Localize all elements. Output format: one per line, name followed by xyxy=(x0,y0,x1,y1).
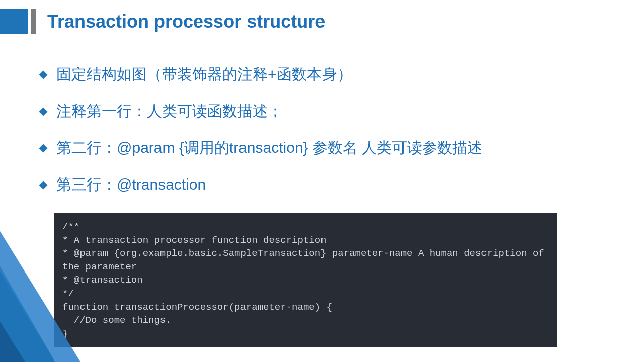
list-item: 注释第一行：人类可读函数描述； xyxy=(40,101,604,122)
list-item: 固定结构如图（带装饰器的注释+函数本身） xyxy=(40,64,604,85)
bullet-list: 固定结构如图（带装饰器的注释+函数本身） 注释第一行：人类可读函数描述； 第二行… xyxy=(40,64,604,211)
svg-marker-0 xyxy=(0,266,55,362)
bullet-diamond-icon xyxy=(39,144,48,152)
slide-title: Transaction processor structure xyxy=(47,11,325,32)
bullet-diamond-icon xyxy=(39,107,48,116)
list-item: 第二行：@param {调用的transaction} 参数名 人类可读参数描述 xyxy=(40,138,604,158)
bullet-text: 第二行：@param {调用的transaction} 参数名 人类可读参数描述 xyxy=(56,138,482,158)
title-accent-bar xyxy=(31,9,36,34)
bullet-text: 固定结构如图（带装饰器的注释+函数本身） xyxy=(56,64,352,85)
bullet-diamond-icon xyxy=(39,180,48,189)
bullet-text: 注释第一行：人类可读函数描述； xyxy=(56,101,283,122)
code-example: /** * A transaction processor function d… xyxy=(54,213,557,347)
title-accent-block xyxy=(0,9,28,34)
bullet-diamond-icon xyxy=(39,70,48,79)
slide-header: Transaction processor structure xyxy=(0,9,325,34)
svg-marker-2 xyxy=(0,322,25,362)
bullet-text: 第三行：@transaction xyxy=(56,174,206,195)
list-item: 第三行：@transaction xyxy=(40,174,604,195)
